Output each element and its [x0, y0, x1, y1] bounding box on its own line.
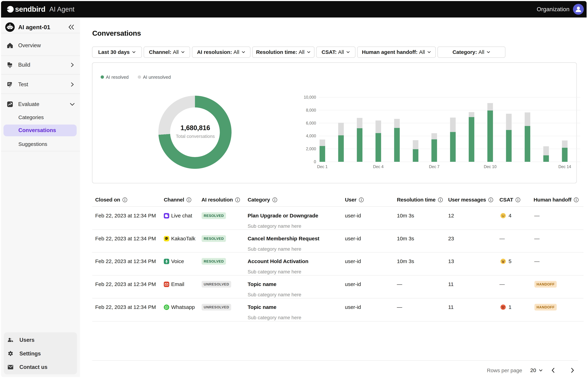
svg-text:0: 0	[314, 160, 316, 164]
svg-text:Dec 1: Dec 1	[317, 164, 328, 169]
svg-text:Dec 10: Dec 10	[484, 164, 496, 169]
svg-text:6,000: 6,000	[306, 121, 316, 125]
svg-text:Dec 7: Dec 7	[429, 164, 439, 169]
svg-text:2,000: 2,000	[306, 147, 316, 151]
svg-text:Dec 14: Dec 14	[559, 164, 571, 169]
svg-text:TALK: TALK	[165, 238, 168, 239]
svg-text:Dec 4: Dec 4	[373, 164, 383, 169]
svg-text:8,000: 8,000	[306, 108, 316, 112]
svg-text:4,000: 4,000	[306, 134, 316, 138]
svg-text:10,000: 10,000	[304, 95, 316, 99]
